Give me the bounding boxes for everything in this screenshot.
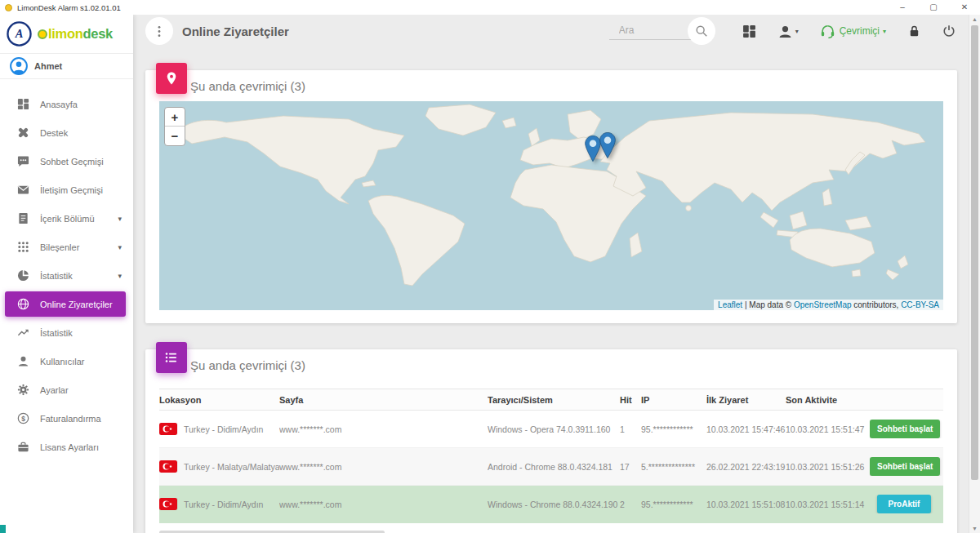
map-marker[interactable] [585, 135, 601, 162]
column-header: IP [641, 395, 706, 405]
column-header: Hit [620, 395, 641, 405]
sidebar-item-label: İstatistik [40, 271, 73, 281]
visitors-card-badge [156, 342, 187, 373]
proactive-button[interactable]: ProAktif [877, 495, 932, 513]
table-row: Turkey - Malatya/Malatyawww.*******.comA… [159, 448, 943, 486]
sidebar-item-online-ziyaretciler[interactable]: Online Ziyaretçiler [5, 291, 126, 317]
sidebar-item-istatistik[interactable]: İstatistik▾ [0, 261, 133, 290]
topbar: Online Ziyaretçiler [133, 15, 969, 47]
sidebar-item-label: Destek [40, 128, 68, 138]
trending-icon [16, 326, 29, 340]
online-status-label: Çevrimiçi [840, 25, 880, 37]
account-menu[interactable]: ▾ [778, 24, 799, 38]
sidebar-item-destek[interactable]: Destek [0, 118, 133, 147]
sidebar-item-ayarlar[interactable]: Ayarlar [0, 375, 133, 404]
visitor-hit: 2 [620, 500, 641, 509]
license-link[interactable]: CC-BY-SA [901, 300, 939, 309]
person-icon [778, 24, 792, 38]
lock-button[interactable] [908, 24, 920, 38]
vertical-scrollbar-thumb[interactable] [971, 25, 978, 480]
start-chat-button[interactable]: Sohbeti başlat [870, 457, 940, 476]
user-row[interactable]: Ahmet [0, 54, 133, 79]
app-icon [5, 4, 12, 11]
mail-icon [16, 184, 29, 197]
visitor-page: www.*******.com [279, 462, 488, 472]
window-corner-accent [0, 525, 6, 533]
scroll-up-arrow[interactable]: ▲ [969, 16, 980, 22]
brand-wordmark: limondesk [38, 26, 113, 42]
sidebar-item-label: Lisans Ayarları [40, 442, 99, 452]
minimize-button[interactable]: – [887, 0, 918, 15]
maximize-button[interactable]: ▢ [918, 0, 949, 15]
leaflet-link[interactable]: Leaflet [718, 300, 742, 309]
map-marker[interactable] [599, 132, 616, 158]
visitor-last-activity: 10.03.2021 15:51:14 [786, 500, 870, 509]
zoom-in-button[interactable]: + [165, 108, 185, 127]
online-status-icon [821, 24, 835, 38]
avatar [10, 57, 28, 75]
user-name: Ahmet [34, 61, 62, 71]
column-header: Lokasyon [159, 395, 279, 405]
sidebar-item-label: İletişim Geçmişi [40, 185, 103, 195]
visitor-browser: Windows - Chrome 88.0.4324.190 [488, 500, 620, 509]
sidebar-item-lisans-ayarlari[interactable]: Lisans Ayarları [0, 433, 133, 461]
search-button[interactable] [688, 17, 715, 45]
start-chat-button[interactable]: Sohbeti başlat [870, 420, 940, 438]
scroll-down-arrow[interactable]: ▼ [969, 526, 980, 531]
sidebar-item-sohbet-gecmisi[interactable]: Sohbet Geçmişi [0, 147, 133, 175]
visitor-hit: 17 [620, 462, 641, 472]
sidebar-item-label: Anasayfa [40, 100, 78, 109]
map-card: Şu anda çevrimiçi (3) [145, 70, 957, 323]
online-status-menu[interactable]: Çevrimiçi ▾ [821, 24, 886, 38]
page-title: Online Ziyaretçiler [182, 24, 289, 38]
sidebar-item-faturalandirma[interactable]: $Faturalandırma [0, 404, 133, 433]
apps-button[interactable] [742, 24, 756, 38]
visitor-first-visit: 26.02.2021 22:43:19 [706, 462, 786, 472]
lemon-icon [38, 29, 47, 39]
map-card-title: Şu anda çevrimiçi (3) [190, 79, 305, 93]
sidebar-item-istatistik-2[interactable]: İstatistik [0, 318, 133, 347]
briefcase-icon [16, 441, 29, 454]
person-icon [16, 355, 29, 368]
power-icon [942, 24, 956, 38]
visitor-first-visit: 10.03.2021 15:47:46 [706, 424, 786, 434]
chevron-down-icon: ▾ [118, 272, 122, 280]
sidebar-item-kullanicilar[interactable]: Kullanıcılar [0, 347, 133, 375]
column-header: Tarayıcı/Sistem [488, 395, 620, 405]
sidebar-item-iletisim-gecmisi[interactable]: İletişim Geçmişi [0, 175, 133, 204]
vertical-scrollbar[interactable]: ▲ ▼ [969, 15, 980, 533]
visitors-table: LokasyonSayfaTarayıcı/SistemHitIPİlk Ziy… [159, 389, 943, 523]
sidebar-item-label: Sohbet Geçmişi [40, 157, 104, 167]
osm-link[interactable]: OpenStreetMap [794, 300, 852, 309]
chevron-down-icon: ▾ [118, 243, 122, 251]
sidebar-item-anasayfa[interactable]: Anasayfa [0, 90, 133, 118]
chevron-down-icon: ▾ [118, 215, 122, 223]
power-button[interactable] [942, 24, 956, 38]
sidebar: A limondesk Ahmet AnasayfaDestekSohbet G… [0, 15, 133, 533]
sidebar-item-bilesenler[interactable]: Bileşenler▾ [0, 233, 133, 261]
visitor-location: Turkey - Didim/Aydın [184, 500, 263, 509]
support-icon [16, 127, 29, 140]
brand: A limondesk [0, 15, 133, 54]
page-menu-button[interactable] [145, 17, 173, 45]
components-icon [16, 241, 29, 254]
turkey-flag-icon [159, 498, 177, 510]
world-map[interactable]: + − Leaflet | Map data © OpenStreetMap c… [159, 101, 943, 310]
location-pin-icon [164, 71, 179, 86]
visitor-location: Turkey - Didim/Aydın [184, 424, 263, 434]
visitor-ip: 5.************** [641, 462, 706, 472]
company-logo-icon: A [7, 21, 32, 47]
lock-icon [908, 24, 920, 38]
visitor-location: Turkey - Malatya/Malatya [184, 462, 279, 472]
content-icon [16, 212, 29, 225]
dashboard-icon [16, 98, 29, 111]
window-titlebar: LimonDesk Alarm s1.02.01.01 – ▢ ✕ [0, 0, 980, 15]
sidebar-item-icerik-bolumu[interactable]: İçerik Bölümü▾ [0, 204, 133, 233]
zoom-out-button[interactable]: − [165, 127, 185, 145]
map-attribution: Leaflet | Map data © OpenStreetMap contr… [714, 300, 943, 310]
sidebar-item-label: Faturalandırma [40, 414, 101, 424]
table-header: LokasyonSayfaTarayıcı/SistemHitIPİlk Ziy… [159, 389, 943, 411]
sidebar-item-label: Online Ziyaretçiler [40, 300, 113, 309]
table-row: Turkey - Didim/Aydınwww.*******.comWindo… [159, 411, 943, 448]
close-button[interactable]: ✕ [949, 0, 980, 15]
